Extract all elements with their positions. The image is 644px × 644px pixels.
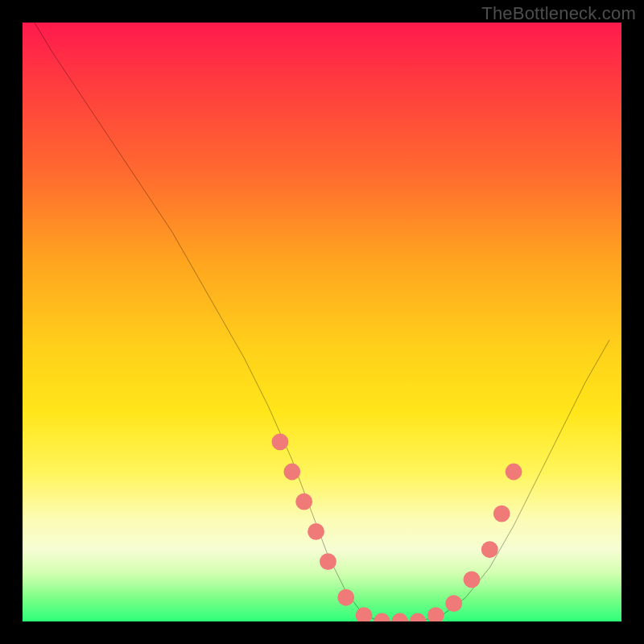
highlight-dot	[493, 506, 510, 522]
highlight-dot	[410, 613, 427, 621]
highlight-dot	[283, 464, 300, 481]
highlight-dot	[272, 433, 289, 450]
highlight-dot	[464, 572, 481, 588]
highlight-dot	[445, 595, 462, 612]
highlight-dot	[308, 523, 324, 540]
highlight-dot	[356, 607, 373, 621]
highlight-dot	[427, 607, 444, 621]
highlight-dot	[506, 464, 522, 481]
highlight-dot	[337, 589, 354, 606]
plot-area	[23, 23, 621, 621]
attribution-label: TheBottleneck.com	[481, 3, 636, 24]
highlight-dot	[295, 493, 312, 510]
highlight-dot	[481, 541, 498, 558]
chart-svg	[23, 23, 621, 621]
chart-frame: TheBottleneck.com	[0, 0, 644, 644]
highlight-dots-group	[272, 433, 522, 621]
highlight-dot	[320, 553, 336, 570]
highlight-dot	[391, 613, 408, 621]
highlight-dot	[374, 613, 390, 621]
